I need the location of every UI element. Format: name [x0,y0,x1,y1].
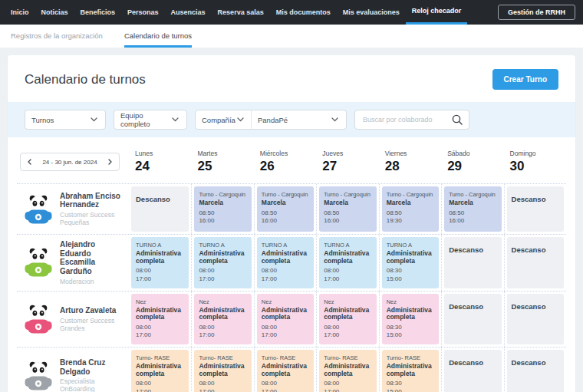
nav-item-personas[interactable]: Personas [121,0,165,25]
shift-start-time: 08:00 [136,324,184,332]
shift-start-time: 08:30 [387,324,434,332]
shift-end-time: 15:00 [387,388,434,392]
shift-cell[interactable]: Turno- RASEAdministrativa completa08:001… [319,350,376,392]
shift-start-time: 08:00 [324,380,371,388]
day-header-martes: Martes25 [191,150,253,174]
search-icon[interactable] [450,112,465,127]
prev-week-icon[interactable] [26,157,33,166]
turnos-select[interactable]: Turnos [25,110,106,130]
nav-item-mis-documentos[interactable]: Mis documentos [270,0,337,25]
shift-cell[interactable]: TURNO AAdministrativa completa08:3015:00 [382,237,439,288]
shift-cell[interactable]: Turno - CargoquinMarcela08:5016:00 [444,186,501,232]
employee-role: Customer Success Grandes [60,317,126,332]
shift-title: Administrativa completa [136,363,184,377]
rest-cell[interactable]: Descanso [131,186,189,232]
shift-grid: Abraham Enciso HernandezCustomer Success… [17,183,566,392]
shift-tag: Turno - Cargoquin [449,191,496,198]
shift-cell[interactable]: NezAdministrativa completa08:0017:00 [194,294,251,345]
shift-end-time: 17:00 [199,331,246,340]
cell-slot-r3-c4: NezAdministrativa completa08:0017:00 [316,292,378,348]
shift-title: Administrativa completa [324,250,371,265]
rest-cell[interactable]: Descanso [507,237,564,288]
cell-slot-r3-c2: NezAdministrativa completa08:0017:00 [191,292,253,348]
nav-item-mis-evaluaciones[interactable]: Mis evaluaciones [337,0,406,25]
shift-cell[interactable]: Turno - CargoquinMarcela08:5016:00 [194,186,251,232]
crear-turno-button[interactable]: Crear Turno [492,69,559,90]
cell-slot-r4-c3: Turno- RASEAdministrativa completa08:001… [254,348,316,392]
shift-cell[interactable]: NezAdministrativa completa08:0017:00 [131,294,189,345]
shift-tag: Turno - Cargoquin [387,191,434,198]
shift-cell[interactable]: Turno- RASEAdministrativa completa08:301… [382,350,439,392]
rest-cell[interactable]: Descanso [507,186,564,232]
shift-cell[interactable]: TURNO AAdministrativa completa08:0017:00 [257,237,314,288]
next-week-icon[interactable] [107,157,114,166]
rest-cell[interactable]: Descanso [444,294,501,345]
cell-slot-r3-c7: Descanso [504,292,566,348]
panda-mascot-icon [23,304,54,334]
chevron-down-icon [236,116,245,124]
day-name: Viernes [385,150,441,157]
shift-cell[interactable]: TURNO AAdministrativa completa08:0017:00 [319,237,376,288]
shift-start-time: 08:00 [199,324,246,332]
day-name: Domingo [510,150,566,157]
shift-start-time: 08:50 [387,209,434,218]
shift-cell[interactable]: Turno- RASEAdministrativa completa08:001… [257,350,314,392]
shift-cell[interactable]: TURNO AAdministrativa completa08:0017:00 [131,237,189,288]
tab-registros-organizacion[interactable]: Registros de la organización [11,25,103,48]
nav-item-inicio[interactable]: Inicio [5,0,35,25]
nav-item-beneficios[interactable]: Beneficios [74,0,122,25]
shift-tag: Nez [387,298,434,305]
shift-cell[interactable]: TURNO AAdministrativa completa08:0017:00 [194,237,251,288]
company-type-value: Compañía [202,116,236,124]
search-input[interactable] [361,115,450,124]
shift-end-time: 19:30 [387,217,434,226]
calendar-card: Calendario de turnos Crear Turno Turnos … [8,55,575,392]
shift-start-time: 08:00 [199,380,246,388]
cell-slot-r2-c4: TURNO AAdministrativa completa08:0017:00 [316,235,378,291]
company-value-select[interactable]: PandaPé [251,110,346,129]
shift-cell[interactable]: NezAdministrativa completa08:3015:00 [382,294,439,345]
employee-info: Arturo ZavaletaCustomer Success Grandes [60,306,126,332]
cell-slot-r4-c6: Descanso [441,348,503,392]
shift-cell[interactable]: NezAdministrativa completa08:0017:00 [257,294,314,345]
shift-end-time: 17:00 [324,331,371,340]
employee-row-alejandro: Alejandro Eduardo Escamilla GarduñoModer… [17,235,566,292]
cell-slot-r4-c7: Descanso [504,348,566,392]
rest-cell[interactable]: Descanso [507,350,564,392]
employee-cell: Alejandro Eduardo Escamilla GarduñoModer… [17,235,129,291]
employee-name: Brenda Cruz Delgado [60,358,126,377]
day-number: 26 [260,159,275,173]
nav-item-ausencias[interactable]: Ausencias [165,0,212,25]
day-header-miercoles: Miércoles26 [254,150,316,174]
shift-title: Administrativa completa [262,363,309,377]
nav-item-reloj-checador[interactable]: Reloj checador [406,0,468,25]
day-name: Martes [197,150,253,157]
cell-slot-r1-c6: Turno - CargoquinMarcela08:5016:00 [441,184,503,234]
sub-tabs: Registros de la organización Calendario … [0,25,583,48]
shift-cell[interactable]: Turno- RASEAdministrativa completa08:001… [194,350,251,392]
shift-cell[interactable]: Turno - CargoquinMarcela08:5019:30 [382,186,439,232]
company-type-select[interactable]: Compañía [196,110,251,129]
shift-tag: Turno - Cargoquin [324,191,371,198]
rest-cell[interactable]: Descanso [507,294,564,345]
shift-cell[interactable]: Turno - CargoquinMarcela08:5016:00 [257,186,314,232]
shift-start-time: 08:00 [324,324,371,332]
equipo-select[interactable]: Equipo completo [114,110,187,130]
cell-slot-r4-c5: Turno- RASEAdministrativa completa08:301… [379,348,441,392]
employee-info: Brenda Cruz DelgadoEspecialista OnBoardi… [60,358,126,392]
shift-title: Administrativa completa [387,307,434,321]
rest-cell[interactable]: Descanso [444,350,501,392]
shift-cell[interactable]: Turno - CargoquinMarcela08:5016:00 [319,186,376,232]
cell-slot-r1-c5: Turno - CargoquinMarcela08:5019:30 [379,184,441,234]
rest-label: Descanso [512,302,546,311]
shift-cell[interactable]: NezAdministrativa completa08:0017:00 [319,294,376,345]
gestion-rrhh-button[interactable]: Gestión de RRHH [498,5,575,20]
cell-slot-r3-c3: NezAdministrativa completa08:0017:00 [254,292,316,348]
employee-role: Customer Success Pequeñas [60,211,126,226]
nav-item-reserva-salas[interactable]: Reserva salas [212,0,270,25]
chevron-down-icon [89,116,99,124]
tab-calendario-turnos[interactable]: Calendario de turnos [124,25,192,48]
rest-cell[interactable]: Descanso [444,237,501,288]
nav-item-noticias[interactable]: Noticias [35,0,74,25]
shift-cell[interactable]: Turno- RASEAdministrativa completa08:001… [131,350,189,392]
